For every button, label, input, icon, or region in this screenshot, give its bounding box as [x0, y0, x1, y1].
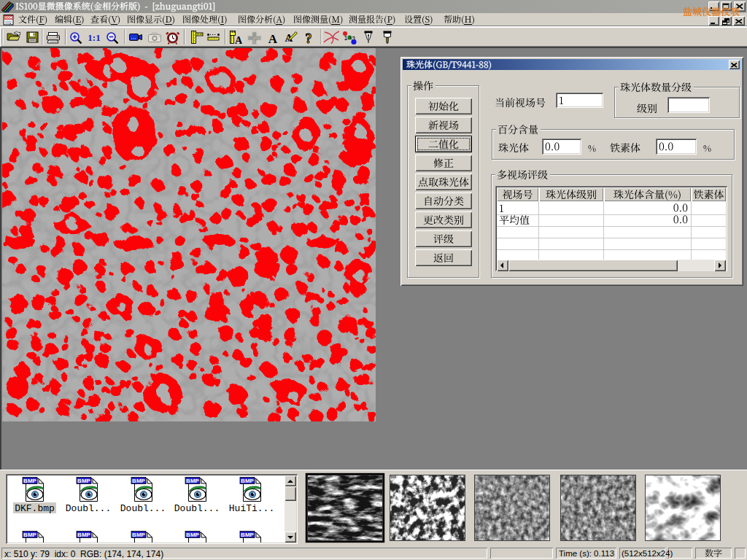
- svg-text:?: ?: [306, 31, 312, 46]
- svg-text:A: A: [268, 32, 278, 46]
- svg-text:1: 1: [344, 34, 348, 42]
- svg-text:1:1: 1:1: [88, 32, 100, 43]
- svg-text:DOC: DOC: [5, 16, 13, 20]
- svg-text:A: A: [235, 35, 243, 46]
